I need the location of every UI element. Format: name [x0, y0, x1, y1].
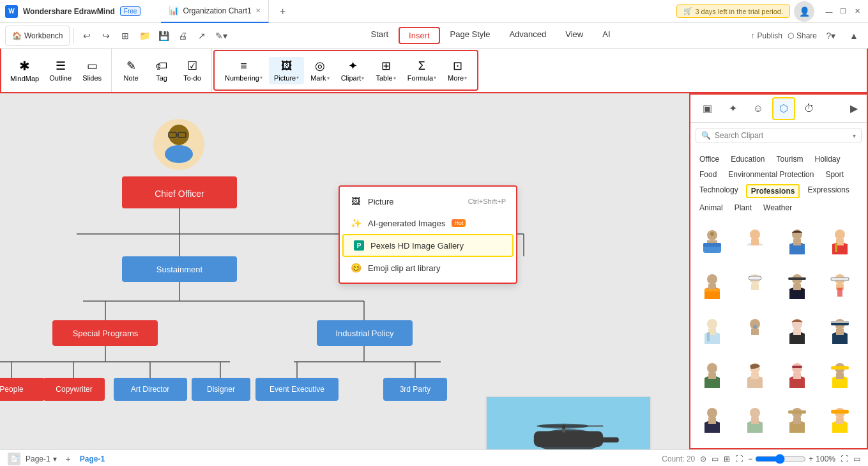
clipart-item-3[interactable]	[780, 224, 814, 257]
minimize-btn[interactable]: —	[823, 6, 835, 17]
panel-tab-recent[interactable]: ⏱	[798, 97, 821, 120]
panel-tab-ai[interactable]: ✦	[721, 97, 744, 120]
fit-screen-icon[interactable]: ⛶	[735, 454, 743, 463]
clipart-item-16[interactable]	[823, 357, 857, 391]
clipart-item-5[interactable]	[696, 268, 729, 302]
zoom-in-btn[interactable]: +	[809, 454, 813, 463]
canvas-area[interactable]: Chief Officer Sustainment Special Progra…	[0, 93, 689, 449]
clipart-item-19[interactable]	[780, 402, 814, 435]
clipart-item-18[interactable]	[738, 402, 772, 435]
clipart-item-1[interactable]	[696, 224, 729, 257]
user-avatar[interactable]: 👤	[794, 1, 814, 22]
redo-btn[interactable]: ↪	[97, 27, 115, 45]
print-btn[interactable]: 🖨	[174, 27, 192, 45]
clipart-item-12[interactable]	[823, 313, 857, 346]
clipart-item-4[interactable]	[823, 224, 857, 257]
page-select[interactable]: Page-1 ▾	[26, 454, 57, 463]
clipart-item-17[interactable]	[696, 402, 729, 435]
dropdown-picture[interactable]: 🖼 Picture Ctrl+Shift+P	[340, 190, 516, 212]
edit-btn[interactable]: ✎▾	[212, 27, 230, 45]
open-btn[interactable]: 📁	[135, 27, 153, 45]
help-btn[interactable]: ?▾	[822, 27, 840, 45]
active-tab[interactable]: 📊 Organization Chart1 ✕	[161, 0, 268, 23]
clipart-item-15[interactable]	[780, 357, 814, 391]
clipart-item-11[interactable]	[780, 313, 814, 346]
workbench-btn[interactable]: 🏠 Workbench	[5, 26, 70, 46]
cat-professions[interactable]: Professions	[746, 184, 800, 198]
dropdown-menu[interactable]: 🖼 Picture Ctrl+Shift+P ✨ AI-generated Im…	[339, 185, 517, 284]
tab-insert[interactable]: Insert	[399, 27, 440, 44]
clipart-item-2[interactable]	[738, 224, 772, 257]
panel-toggle-btn[interactable]: ▶	[846, 101, 862, 116]
clipart-item-13[interactable]	[696, 357, 729, 391]
mindmap-btn[interactable]: ✱ MindMap	[6, 56, 43, 85]
cat-tourism[interactable]: Tourism	[773, 153, 807, 165]
zoom-out-btn[interactable]: −	[748, 454, 752, 463]
cat-office[interactable]: Office	[696, 153, 723, 165]
cat-holiday[interactable]: Holiday	[811, 153, 844, 165]
tab-view[interactable]: View	[556, 27, 592, 44]
zoom-slider[interactable]	[755, 454, 806, 464]
slides-btn[interactable]: ▭ Slides	[78, 56, 106, 84]
save-btn[interactable]: 💾	[155, 27, 172, 45]
dropdown-ai-images[interactable]: ✨ AI-generated Images Hot	[340, 212, 516, 234]
new-file-btn[interactable]: ⊞	[116, 27, 134, 45]
panel-tab-shapes[interactable]: ▣	[696, 97, 719, 120]
clipart-item-20[interactable]	[823, 402, 857, 435]
share-btn[interactable]: ⬡ Share	[788, 31, 817, 40]
formula-btn[interactable]: Σ Formula▾	[402, 57, 441, 84]
tab-start[interactable]: Start	[362, 27, 397, 44]
outline-btn[interactable]: ☰ Outline	[45, 56, 75, 84]
cat-sport[interactable]: Sport	[821, 169, 848, 180]
todo-btn[interactable]: ☑ To-do	[178, 56, 206, 84]
clipart-item-8[interactable]	[823, 268, 857, 302]
tab-page-style[interactable]: Page Style	[441, 27, 499, 44]
cat-plant[interactable]: Plant	[731, 202, 756, 214]
clipart-item-9[interactable]	[696, 313, 729, 346]
cat-env[interactable]: Environmental Protection	[724, 169, 818, 180]
cat-weather[interactable]: Weather	[759, 202, 796, 214]
note-btn[interactable]: ✎ Note	[117, 56, 145, 84]
add-page-btn[interactable]: +	[62, 453, 75, 465]
numbering-btn[interactable]: ≡ Numbering▾	[220, 57, 268, 84]
cat-tech[interactable]: Technology	[696, 184, 742, 198]
cat-animal[interactable]: Animal	[696, 202, 727, 214]
export-btn[interactable]: ↗	[193, 27, 211, 45]
mark-btn[interactable]: ◎ Mark▾	[305, 56, 334, 84]
svg-text:Special Programs: Special Programs	[73, 329, 139, 338]
maximize-btn[interactable]: ☐	[837, 6, 849, 17]
dropdown-emoji[interactable]: 😊 Emoji clip art library	[340, 257, 516, 279]
picture-btn[interactable]: 🖼 Picture▾	[269, 57, 304, 84]
close-btn[interactable]: ✕	[851, 6, 863, 17]
more-btn[interactable]: ⊡ More▾	[443, 56, 472, 84]
tab-advanced[interactable]: Advanced	[500, 27, 555, 44]
panel-tab-clipart[interactable]: ⬡	[772, 97, 795, 120]
fit-icon[interactable]: ⊙	[700, 454, 706, 463]
view-grid-icon[interactable]: ⊞	[724, 454, 730, 463]
clipart-item-6[interactable]	[738, 268, 772, 302]
publish-btn[interactable]: ↑ Publish	[751, 31, 782, 40]
search-dropdown-arrow[interactable]: ▾	[853, 132, 856, 139]
fullscreen-btn[interactable]: ⛶	[841, 454, 848, 463]
view-single-icon[interactable]: ▭	[712, 454, 719, 463]
tab-close-btn[interactable]: ✕	[255, 7, 261, 14]
clipart-item-7[interactable]	[780, 268, 814, 302]
tag-btn[interactable]: 🏷 Tag	[148, 57, 176, 84]
new-tab-btn[interactable]: +	[274, 3, 292, 20]
dropdown-pexels[interactable]: P Pexels HD Image Gallery	[342, 234, 514, 257]
clipart-item-14[interactable]	[738, 357, 772, 391]
svg-rect-118	[836, 417, 844, 424]
tab-ai[interactable]: AI	[593, 27, 619, 44]
search-bar[interactable]: 🔍 ▾	[696, 128, 862, 143]
panel-tab-emoji[interactable]: ☺	[747, 97, 770, 120]
collapse-ribbon-btn[interactable]: ▲	[845, 27, 863, 45]
cat-expressions[interactable]: Expressions	[803, 184, 853, 198]
cat-food[interactable]: Food	[696, 169, 720, 180]
clipart-item-10[interactable]	[738, 313, 772, 346]
table-btn[interactable]: ⊞ Table▾	[370, 56, 400, 84]
layout-btn[interactable]: ▭	[853, 454, 860, 463]
undo-btn[interactable]: ↩	[78, 27, 96, 45]
cat-education[interactable]: Education	[727, 153, 768, 165]
search-input[interactable]	[715, 131, 849, 140]
clipart-btn[interactable]: ✦ Clipart▾	[336, 56, 370, 84]
